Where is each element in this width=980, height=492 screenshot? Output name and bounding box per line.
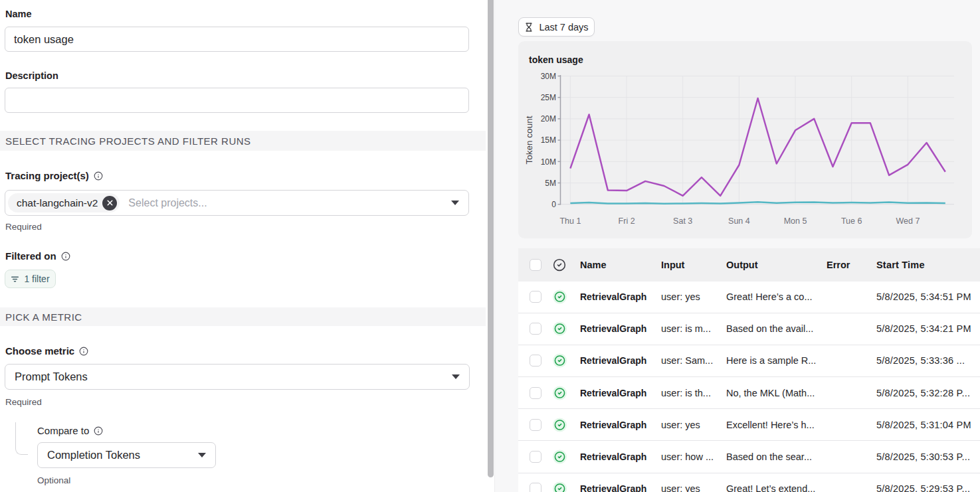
svg-text:Sun 4: Sun 4 [728, 216, 750, 226]
svg-text:10M: 10M [541, 157, 556, 167]
svg-text:0: 0 [551, 200, 556, 209]
svg-text:30M: 30M [541, 72, 556, 81]
svg-text:5M: 5M [545, 179, 556, 188]
svg-text:25M: 25M [541, 93, 556, 102]
svg-text:Wed 7: Wed 7 [896, 216, 920, 226]
svg-text:Token count: Token count [524, 116, 534, 164]
svg-text:Mon 5: Mon 5 [784, 216, 807, 226]
svg-text:15M: 15M [541, 135, 556, 145]
svg-text:Tue 6: Tue 6 [841, 216, 862, 226]
svg-text:20M: 20M [541, 114, 556, 123]
svg-text:Sat 3: Sat 3 [673, 216, 692, 226]
svg-text:Fri 2: Fri 2 [619, 216, 635, 226]
svg-text:Thu 1: Thu 1 [559, 216, 581, 226]
